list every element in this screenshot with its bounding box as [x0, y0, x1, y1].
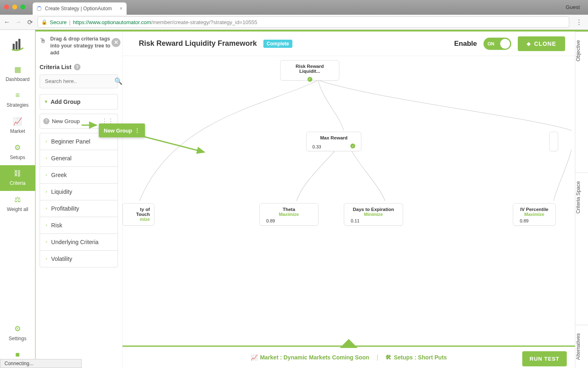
- minimize-window-icon[interactable]: [12, 4, 17, 9]
- nav-strategies[interactable]: ≡ Strategies: [0, 87, 35, 113]
- page-title: Risk Reward Liquidity Framework: [139, 39, 257, 48]
- browser-chrome: Create Strategy | OptionAutom × Guest ← …: [0, 0, 588, 30]
- tree-node-iv[interactable]: IV Percentile Maximize 0.89: [513, 203, 556, 226]
- toggle-state: ON: [488, 41, 494, 46]
- search-input[interactable]: [44, 78, 114, 85]
- cat-profitability[interactable]: ›Profitability: [40, 200, 118, 217]
- cat-risk[interactable]: ›Risk: [40, 217, 118, 233]
- tree-node-max-reward[interactable]: Max Reward 0.33 ✓: [306, 132, 361, 151]
- drag-ghost-label: New Group: [104, 128, 132, 134]
- close-hint-button[interactable]: ✕: [111, 38, 120, 47]
- market-info[interactable]: 📈 Market : Dynamic Markets Coming Soon: [251, 354, 370, 361]
- cat-liquidity[interactable]: ›Liquidity: [40, 183, 118, 200]
- tree-node-theta[interactable]: Theta Maximize 0.89: [259, 203, 318, 226]
- window-controls[interactable]: [4, 4, 25, 9]
- svg-rect-1: [16, 41, 18, 49]
- help-icon[interactable]: ?: [43, 118, 49, 124]
- app-logo[interactable]: [9, 36, 26, 52]
- strategy-canvas[interactable]: Risk Reward Liquidit... ✓ Max Reward 0.3…: [122, 56, 575, 346]
- cat-label: Volatility: [51, 256, 72, 262]
- hint-row: 🖱 Drag & drop criteria tags into your st…: [40, 36, 118, 56]
- grid-icon: ▦: [14, 65, 21, 74]
- tree-node-touch[interactable]: ty of Touch mize: [122, 203, 154, 226]
- enable-toggle[interactable]: ON: [483, 38, 511, 50]
- video-icon: ■: [16, 350, 20, 359]
- cat-greek[interactable]: ›Greek: [40, 166, 118, 183]
- nav-setups[interactable]: ⚙ Setups: [0, 139, 35, 165]
- browser-toolbar: ← → ⟳ 🔒 Secure | https://www.optionautom…: [0, 15, 588, 30]
- tree-icon: ⛓: [14, 169, 21, 178]
- address-bar[interactable]: 🔒 Secure | https://www.optionautomator.c…: [38, 16, 569, 28]
- node-value: 0.33: [312, 144, 321, 149]
- right-tabs: Objective Criteria Space Alternatives: [575, 31, 588, 368]
- nav-weight-all[interactable]: ⚖ Weight all: [0, 191, 35, 217]
- chart-icon: 📈: [13, 117, 22, 126]
- node-title: Days to Expiration: [348, 207, 399, 212]
- node-title: ty of Touch: [127, 207, 150, 217]
- browser-menu-icon[interactable]: ⋮: [573, 18, 585, 26]
- drag-handle-icon: ⋮: [134, 127, 140, 134]
- node-title: Max Reward: [311, 135, 357, 140]
- chevron-right-icon: ›: [46, 156, 47, 160]
- nav-dashboard[interactable]: ▦ Dashboard: [0, 61, 35, 87]
- bottom-bar: 📈 Market : Dynamic Markets Coming Soon |…: [122, 346, 575, 368]
- setups-info[interactable]: 🛠 Setups : Short Puts: [385, 354, 447, 361]
- add-group-row[interactable]: ▾ Add Group: [40, 94, 118, 110]
- cat-volatility[interactable]: ›Volatility: [40, 250, 118, 267]
- tab-criteria-space[interactable]: Criteria Space: [575, 173, 588, 222]
- node-value: 0.11: [348, 218, 399, 223]
- tree-node-partial[interactable]: [549, 132, 558, 151]
- scale-icon: ⚖: [14, 195, 21, 204]
- cat-label: Liquidity: [51, 188, 72, 195]
- node-value: 0.89: [264, 218, 314, 223]
- back-icon[interactable]: ←: [3, 18, 11, 26]
- chart-icon: 📈: [251, 354, 258, 361]
- status-badge: Complete: [263, 40, 292, 48]
- clone-button[interactable]: ◆ CLONE: [518, 36, 565, 51]
- tree-node-root[interactable]: Risk Reward Liquidit... ✓: [280, 60, 339, 81]
- svg-rect-0: [13, 44, 15, 49]
- drag-ghost: New Group ⋮: [99, 123, 145, 137]
- browser-status-bar: Connecting...: [0, 359, 82, 368]
- cat-underlying[interactable]: ›Underlying Criteria: [40, 233, 118, 250]
- search-icon[interactable]: 🔍: [114, 77, 122, 85]
- cat-label: Underlying Criteria: [51, 239, 98, 245]
- node-value: 0.89: [517, 218, 551, 223]
- lock-icon: 🔒: [41, 19, 47, 25]
- svg-line-4: [140, 136, 204, 152]
- maximize-window-icon[interactable]: [20, 4, 25, 9]
- profile-label[interactable]: Guest: [566, 4, 580, 10]
- clone-label: CLONE: [534, 40, 556, 47]
- nav-label: Setups: [10, 155, 25, 160]
- mouse-icon: 🖱: [40, 36, 46, 56]
- criteria-list-title: Criteria List ?: [40, 64, 118, 70]
- tree-node-days[interactable]: Days to Expiration Minimize 0.11: [344, 203, 403, 226]
- node-title: Risk Reward Liquidit...: [285, 64, 335, 74]
- chevron-right-icon: ›: [46, 240, 47, 244]
- cat-general[interactable]: ›General: [40, 150, 118, 166]
- chevron-right-icon: ›: [46, 256, 47, 261]
- market-label: Market : Dynamic Markets Coming Soon: [260, 354, 370, 361]
- new-group-label: New Group: [52, 118, 80, 124]
- toggle-knob-icon: [500, 39, 510, 49]
- nav-settings[interactable]: ⚙ Settings: [0, 320, 35, 346]
- run-test-button[interactable]: RUN TEST: [522, 351, 567, 366]
- tab-alternatives[interactable]: Alternatives: [575, 325, 588, 368]
- help-icon[interactable]: ?: [74, 64, 80, 70]
- criteria-search[interactable]: 🔍: [40, 74, 118, 88]
- chevron-right-icon: ›: [46, 189, 47, 194]
- check-icon: ✓: [307, 77, 312, 82]
- close-window-icon[interactable]: [4, 4, 9, 9]
- setups-icon: 🛠: [385, 354, 391, 361]
- tab-close-icon[interactable]: ×: [120, 6, 122, 11]
- tab-objective[interactable]: Objective: [575, 31, 588, 70]
- reload-icon[interactable]: ⟳: [26, 18, 33, 26]
- nav-market[interactable]: 📈 Market: [0, 113, 35, 139]
- url: https://www.optionautomator.com/member/c…: [73, 19, 257, 25]
- node-tag: mize: [127, 217, 150, 222]
- chevron-right-icon: ›: [46, 206, 47, 211]
- setups-icon: ⚙: [14, 143, 21, 152]
- node-tag: Minimize: [348, 212, 399, 217]
- nav-criteria[interactable]: ⛓ Criteria: [0, 165, 35, 191]
- browser-tab[interactable]: Create Strategy | OptionAutom ×: [33, 2, 127, 15]
